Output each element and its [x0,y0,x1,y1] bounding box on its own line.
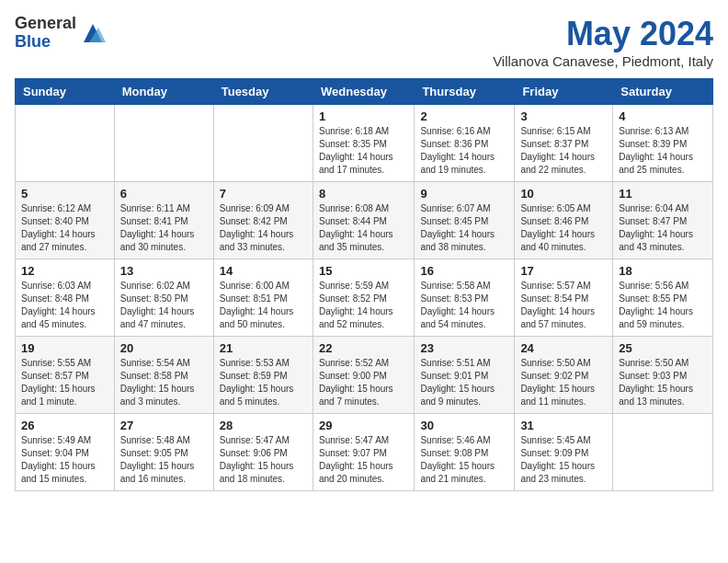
calendar-week-3: 12Sunrise: 6:03 AM Sunset: 8:48 PM Dayli… [16,259,713,337]
day-info: Sunrise: 6:00 AM Sunset: 8:51 PM Dayligh… [220,280,307,331]
day-info: Sunrise: 6:12 AM Sunset: 8:40 PM Dayligh… [21,202,108,254]
calendar-cell: 29Sunrise: 5:47 AM Sunset: 9:07 PM Dayli… [313,414,414,491]
day-info: Sunrise: 6:05 AM Sunset: 8:46 PM Dayligh… [520,202,607,254]
day-info: Sunrise: 5:52 AM Sunset: 9:00 PM Dayligh… [319,357,408,408]
day-info: Sunrise: 5:50 AM Sunset: 9:03 PM Dayligh… [619,357,707,408]
calendar-cell: 15Sunrise: 5:59 AM Sunset: 8:52 PM Dayli… [313,259,414,337]
calendar-cell: 12Sunrise: 6:03 AM Sunset: 8:48 PM Dayli… [16,259,115,337]
day-number: 31 [520,419,607,432]
calendar-cell: 1Sunrise: 6:18 AM Sunset: 8:35 PM Daylig… [313,105,414,182]
calendar-cell: 16Sunrise: 5:58 AM Sunset: 8:53 PM Dayli… [415,259,515,337]
day-number: 16 [420,264,508,278]
day-number: 29 [319,419,408,432]
calendar-cell: 25Sunrise: 5:50 AM Sunset: 9:03 PM Dayli… [613,337,713,414]
calendar-cell: 13Sunrise: 6:02 AM Sunset: 8:50 PM Dayli… [114,259,213,337]
calendar-cell: 3Sunrise: 6:15 AM Sunset: 8:37 PM Daylig… [515,105,613,182]
calendar-cell: 4Sunrise: 6:13 AM Sunset: 8:39 PM Daylig… [613,105,713,182]
calendar-cell: 10Sunrise: 6:05 AM Sunset: 8:46 PM Dayli… [515,182,613,259]
calendar-cell: 28Sunrise: 5:47 AM Sunset: 9:06 PM Dayli… [213,414,313,491]
day-info: Sunrise: 6:15 AM Sunset: 8:37 PM Dayligh… [520,125,607,177]
logo: General Blue [15,15,106,52]
day-number: 12 [21,264,108,278]
day-number: 11 [619,187,707,201]
day-number: 5 [21,187,108,201]
calendar-cell: 20Sunrise: 5:54 AM Sunset: 8:58 PM Dayli… [114,337,213,414]
calendar-cell: 18Sunrise: 5:56 AM Sunset: 8:55 PM Dayli… [613,259,713,337]
day-info: Sunrise: 6:02 AM Sunset: 8:50 PM Dayligh… [120,280,208,331]
weekday-header-monday: Monday [114,79,213,105]
day-number: 10 [520,187,607,201]
calendar-cell [16,105,115,182]
day-info: Sunrise: 5:56 AM Sunset: 8:55 PM Dayligh… [619,280,707,331]
calendar-cell: 24Sunrise: 5:50 AM Sunset: 9:02 PM Dayli… [515,337,613,414]
weekday-header-saturday: Saturday [613,79,713,105]
day-number: 22 [319,341,408,355]
day-info: Sunrise: 6:04 AM Sunset: 8:47 PM Dayligh… [619,202,707,254]
calendar-cell: 21Sunrise: 5:53 AM Sunset: 8:59 PM Dayli… [213,337,313,414]
calendar-cell: 17Sunrise: 5:57 AM Sunset: 8:54 PM Dayli… [515,259,613,337]
day-number: 28 [220,419,307,432]
day-number: 7 [220,187,307,201]
weekday-header-thursday: Thursday [415,79,515,105]
day-info: Sunrise: 5:47 AM Sunset: 9:07 PM Dayligh… [319,434,408,486]
calendar-cell: 19Sunrise: 5:55 AM Sunset: 8:57 PM Dayli… [16,337,115,414]
day-number: 4 [619,109,707,123]
weekday-header-tuesday: Tuesday [213,79,313,105]
day-number: 19 [21,341,108,355]
day-number: 1 [319,109,408,123]
day-number: 18 [619,264,707,278]
day-info: Sunrise: 5:59 AM Sunset: 8:52 PM Dayligh… [319,280,408,331]
calendar-week-5: 26Sunrise: 5:49 AM Sunset: 9:04 PM Dayli… [16,414,713,491]
day-info: Sunrise: 5:54 AM Sunset: 8:58 PM Dayligh… [120,357,208,408]
day-info: Sunrise: 6:07 AM Sunset: 8:45 PM Dayligh… [420,202,508,254]
day-info: Sunrise: 5:55 AM Sunset: 8:57 PM Dayligh… [21,357,108,408]
logo-icon [80,20,106,46]
day-info: Sunrise: 6:13 AM Sunset: 8:39 PM Dayligh… [619,125,707,177]
day-number: 13 [120,264,208,278]
day-info: Sunrise: 5:50 AM Sunset: 9:02 PM Dayligh… [520,357,607,408]
calendar-table: SundayMondayTuesdayWednesdayThursdayFrid… [15,78,713,491]
day-info: Sunrise: 6:18 AM Sunset: 8:35 PM Dayligh… [319,125,408,177]
calendar-cell: 2Sunrise: 6:16 AM Sunset: 8:36 PM Daylig… [415,105,515,182]
calendar-cell [213,105,313,182]
day-number: 14 [220,264,307,278]
calendar-cell: 8Sunrise: 6:08 AM Sunset: 8:44 PM Daylig… [313,182,414,259]
calendar-cell: 11Sunrise: 6:04 AM Sunset: 8:47 PM Dayli… [613,182,713,259]
day-info: Sunrise: 6:03 AM Sunset: 8:48 PM Dayligh… [21,280,108,331]
calendar-cell: 22Sunrise: 5:52 AM Sunset: 9:00 PM Dayli… [313,337,414,414]
calendar-week-1: 1Sunrise: 6:18 AM Sunset: 8:35 PM Daylig… [16,105,713,182]
weekday-header-sunday: Sunday [16,79,115,105]
day-number: 30 [420,419,508,432]
calendar-week-4: 19Sunrise: 5:55 AM Sunset: 8:57 PM Dayli… [16,337,713,414]
day-info: Sunrise: 6:11 AM Sunset: 8:41 PM Dayligh… [120,202,208,254]
day-number: 23 [420,341,508,355]
day-info: Sunrise: 5:45 AM Sunset: 9:09 PM Dayligh… [520,434,607,486]
day-number: 6 [120,187,208,201]
day-info: Sunrise: 5:49 AM Sunset: 9:04 PM Dayligh… [21,434,108,486]
day-number: 24 [520,341,607,355]
weekday-header-row: SundayMondayTuesdayWednesdayThursdayFrid… [16,79,713,105]
calendar-cell: 31Sunrise: 5:45 AM Sunset: 9:09 PM Dayli… [515,414,613,491]
day-info: Sunrise: 6:09 AM Sunset: 8:42 PM Dayligh… [220,202,307,254]
calendar-cell [114,105,213,182]
calendar-cell: 27Sunrise: 5:48 AM Sunset: 9:05 PM Dayli… [114,414,213,491]
logo-general: General [15,15,76,33]
day-number: 27 [120,419,208,432]
calendar-cell: 5Sunrise: 6:12 AM Sunset: 8:40 PM Daylig… [16,182,115,259]
day-info: Sunrise: 5:58 AM Sunset: 8:53 PM Dayligh… [420,280,508,331]
day-number: 20 [120,341,208,355]
day-info: Sunrise: 5:46 AM Sunset: 9:08 PM Dayligh… [420,434,508,486]
day-info: Sunrise: 5:57 AM Sunset: 8:54 PM Dayligh… [520,280,607,331]
day-number: 2 [420,109,508,123]
day-number: 25 [619,341,707,355]
calendar-cell: 9Sunrise: 6:07 AM Sunset: 8:45 PM Daylig… [415,182,515,259]
calendar-cell: 6Sunrise: 6:11 AM Sunset: 8:41 PM Daylig… [114,182,213,259]
day-number: 17 [520,264,607,278]
day-number: 26 [21,419,108,432]
day-number: 9 [420,187,508,201]
day-number: 15 [319,264,408,278]
day-info: Sunrise: 6:16 AM Sunset: 8:36 PM Dayligh… [420,125,508,177]
weekday-header-friday: Friday [515,79,613,105]
day-info: Sunrise: 5:51 AM Sunset: 9:01 PM Dayligh… [420,357,508,408]
day-number: 21 [220,341,307,355]
